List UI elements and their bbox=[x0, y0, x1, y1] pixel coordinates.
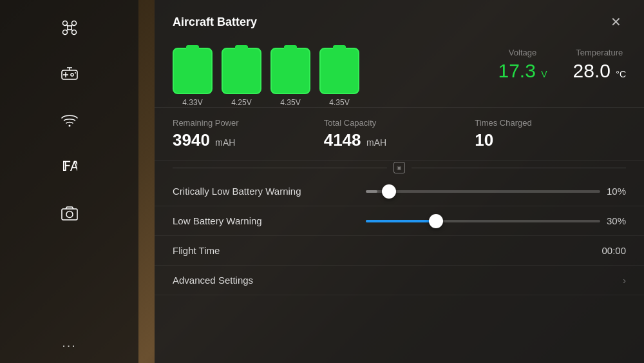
low-warning-label: Low Battery Warning bbox=[173, 215, 366, 226]
drone-icon bbox=[61, 19, 79, 41]
critically-low-label: Critically Low Battery Warning bbox=[173, 186, 366, 197]
low-warning-control bbox=[366, 220, 600, 222]
low-warning-slider-track[interactable] bbox=[366, 220, 600, 222]
critically-low-value: 10% bbox=[600, 186, 626, 197]
svg-point-19 bbox=[66, 211, 73, 218]
svg-point-13 bbox=[75, 72, 76, 74]
battery-cell-3: 4.35V bbox=[270, 48, 310, 107]
critically-low-slider-fill bbox=[366, 190, 377, 193]
temperature-value: 28.0 °C bbox=[573, 60, 626, 82]
sidebar-item-controller[interactable] bbox=[52, 58, 88, 94]
times-charged-stat: Times Charged 10 bbox=[475, 118, 626, 150]
remaining-power-value: 3940 bbox=[173, 130, 210, 150]
cell-voltage-4: 4.35V bbox=[329, 98, 349, 107]
times-charged-value-group: 10 bbox=[475, 130, 493, 150]
chevron-right-icon: › bbox=[623, 275, 626, 286]
voltage-temperature-container: Voltage 17.3 V Temperature 28.0 °C bbox=[498, 48, 626, 82]
flight-time-label: Flight Time bbox=[173, 245, 366, 256]
remaining-power-value-group: 3940 mAH bbox=[173, 130, 235, 150]
total-capacity-label: Total Capacity bbox=[324, 118, 377, 128]
cell-voltage-1: 4.33V bbox=[182, 98, 202, 107]
voltage-label: Voltage bbox=[509, 48, 536, 57]
remaining-power-stat: Remaining Power 3940 mAH bbox=[173, 118, 324, 150]
low-warning-slider-thumb[interactable] bbox=[429, 214, 443, 228]
low-warning-value: 30% bbox=[600, 215, 626, 226]
temperature-display: Temperature 28.0 °C bbox=[573, 48, 626, 82]
close-button[interactable]: ✕ bbox=[605, 12, 626, 32]
divider-row: ▣ bbox=[155, 161, 644, 174]
low-warning-setting-row: Low Battery Warning 30% bbox=[155, 206, 644, 236]
camera-settings-icon: 𝔽𝔸 bbox=[62, 158, 77, 180]
sidebar: 𝔽𝔸 ... bbox=[0, 0, 138, 363]
advanced-settings-row[interactable]: Advanced Settings › bbox=[155, 266, 644, 295]
remaining-power-label: Remaining Power bbox=[173, 118, 239, 128]
flight-time-value: 00:00 bbox=[601, 245, 626, 256]
voltage-display: Voltage 17.3 V bbox=[498, 48, 547, 82]
sidebar-item-wifi[interactable] bbox=[52, 104, 88, 141]
svg-text:𝔽𝔸: 𝔽𝔸 bbox=[62, 159, 77, 173]
svg-point-12 bbox=[71, 74, 73, 76]
panel-header: Aircraft Battery ✕ bbox=[155, 0, 644, 40]
battery-top-section: 4.33V 4.25V 4.35V 4.35V Voltage 17 bbox=[155, 40, 644, 107]
cell-block-2 bbox=[222, 48, 261, 94]
battery-stats-row: Remaining Power 3940 mAH Total Capacity … bbox=[155, 107, 644, 161]
remaining-power-unit: mAH bbox=[215, 137, 235, 148]
critically-low-slider-track[interactable] bbox=[366, 190, 600, 193]
controller-icon bbox=[61, 66, 79, 86]
divider-left bbox=[173, 168, 387, 168]
cell-block-4 bbox=[319, 48, 359, 94]
battery-cell-1: 4.33V bbox=[173, 48, 213, 107]
sidebar-item-camera[interactable] bbox=[52, 197, 88, 233]
sidebar-item-camera-settings[interactable]: 𝔽𝔸 bbox=[52, 151, 88, 187]
total-capacity-value: 4148 bbox=[324, 130, 361, 150]
cell-block-3 bbox=[270, 48, 310, 94]
temperature-label: Temperature bbox=[576, 48, 623, 57]
svg-rect-18 bbox=[62, 209, 77, 220]
battery-cell-4: 4.35V bbox=[319, 48, 359, 107]
sidebar-item-drone[interactable] bbox=[52, 12, 88, 48]
low-warning-slider-fill bbox=[366, 220, 436, 222]
total-capacity-value-group: 4148 mAH bbox=[324, 130, 386, 150]
svg-point-16 bbox=[68, 125, 70, 127]
wifi-icon bbox=[61, 113, 78, 132]
battery-cell-2: 4.25V bbox=[222, 48, 261, 107]
critically-low-control bbox=[366, 190, 600, 193]
flight-time-row: Flight Time 00:00 bbox=[155, 236, 644, 266]
critically-low-setting-row: Critically Low Battery Warning 10% bbox=[155, 177, 644, 206]
advanced-settings-label: Advanced Settings bbox=[173, 275, 253, 286]
cell-block-1 bbox=[173, 48, 213, 94]
total-capacity-unit: mAH bbox=[366, 137, 386, 148]
panel-title: Aircraft Battery bbox=[173, 15, 257, 29]
times-charged-label: Times Charged bbox=[475, 118, 531, 128]
cell-voltage-3: 4.35V bbox=[280, 98, 300, 107]
cell-voltage-2: 4.25V bbox=[231, 98, 251, 107]
aircraft-battery-panel: Aircraft Battery ✕ 4.33V 4.25V 4.35V bbox=[155, 0, 644, 363]
voltage-value: 17.3 V bbox=[498, 60, 547, 82]
times-charged-value: 10 bbox=[475, 130, 493, 150]
divider-right bbox=[412, 168, 626, 168]
sidebar-more-button[interactable]: ... bbox=[62, 335, 77, 350]
divider-icon: ▣ bbox=[393, 162, 405, 173]
total-capacity-stat: Total Capacity 4148 mAH bbox=[324, 118, 475, 150]
battery-cells-container: 4.33V 4.25V 4.35V 4.35V bbox=[173, 48, 359, 107]
critically-low-slider-thumb[interactable] bbox=[382, 184, 396, 199]
camera-icon bbox=[61, 206, 79, 225]
